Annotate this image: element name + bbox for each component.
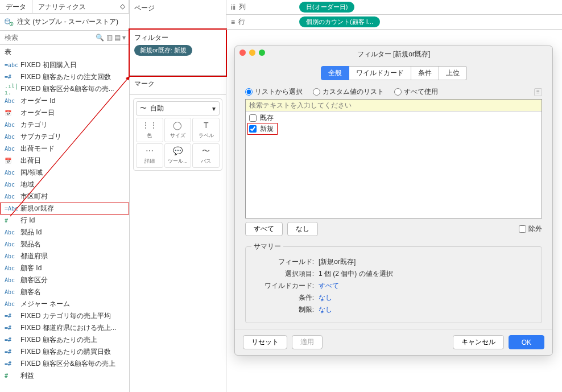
field-row[interactable]: Abc都道府県 [0,250,129,262]
datasource-name: 注文 (サンプル - スーパーストア) [17,17,118,27]
field-row[interactable]: =#FIXED 顧客あたりの注文回数 [0,71,129,83]
rows-pill[interactable]: 個別のカウント(顧客 I... [299,16,380,27]
field-type-icon: =# [5,361,16,367]
field-row[interactable]: =abcFIXED 初回購入日 [0,59,129,71]
field-type-icon: 📅 [5,110,16,116]
mark-ラベル-button[interactable]: Tラベル [192,118,220,142]
tab-condition[interactable]: 条件 [411,66,439,80]
field-row[interactable]: Abcオーダー Id [0,95,129,107]
radio-custom[interactable]: カスタム値のリスト [313,87,384,97]
chevron-down-icon[interactable]: ▾ [122,34,126,42]
list-item-checkbox[interactable] [249,125,257,133]
field-type-icon: Abc [5,98,16,104]
tab-data[interactable]: データ [0,0,32,13]
radio-list-input[interactable] [245,88,253,96]
field-type-icon: Abc [5,277,16,283]
zoom-icon[interactable] [259,49,265,56]
field-row[interactable]: =#FIXED 顧客あたりの購買日数 [0,346,129,358]
mark-cell-icon: ⋯ [138,146,162,156]
field-row[interactable]: #行 Id [0,214,129,226]
field-row[interactable]: =#FIXED 顧客区分&顧客毎の売上 [0,358,129,370]
list-view-icon[interactable]: ▥ [106,34,113,42]
field-row[interactable]: =#FIXED 都道府県における売上... [0,322,129,334]
summary-wildcard-link[interactable]: すべて [319,281,339,291]
mark-ツール...-button[interactable]: 💬ツール... [164,143,192,168]
columns-shelf[interactable]: iii列 日(オーダー日) [226,0,562,15]
radio-all-input[interactable] [394,88,402,96]
select-none-button[interactable]: なし [287,222,318,236]
field-row[interactable]: Abc製品名 [0,238,129,250]
summary-limit-link[interactable]: なし [319,305,332,315]
exclude-input[interactable] [519,225,526,233]
tree-view-icon[interactable]: ▤ [114,34,121,42]
select-mode-row: リストから選択 カスタム値のリスト すべて使用 ≡ [245,87,542,97]
field-type-icon: Abc [5,265,16,271]
field-row[interactable]: Abc市区町村 [0,191,129,203]
ok-button[interactable]: OK [509,335,544,349]
tab-analytics[interactable]: アナリティクス ◇ [32,0,129,13]
mark-パス-button[interactable]: 〜パス [192,143,220,168]
field-row[interactable]: Abcカテゴリ [0,119,129,131]
radio-custom-input[interactable] [313,88,320,96]
field-type-icon: Abc [5,146,16,152]
search-icon[interactable]: 🔍 [96,34,104,42]
list-item[interactable]: 既存 [248,113,539,123]
data-pane: データ アナリティクス ◇ 注文 (サンプル - スーパーストア) 🔍 ▥ ▤ … [0,0,130,392]
field-label: 新規or既存 [20,204,54,213]
field-row[interactable]: Abc出荷モード [0,143,129,155]
field-row[interactable]: =Abc新規or既存 [0,203,129,214]
close-icon[interactable] [239,49,246,56]
field-row[interactable]: =#FIXED 顧客あたりの売上 [0,334,129,346]
field-type-icon: =# [5,337,16,343]
select-all-button[interactable]: すべて [245,222,283,236]
field-row[interactable]: Abc顧客 Id [0,262,129,274]
filters-shelf[interactable]: フィルター 新規or既存: 新規 [130,30,226,76]
mark-type-dropdown[interactable]: 〜 自動 ▾ [136,101,220,115]
reset-button[interactable]: リセット [243,335,287,349]
mark-サイズ-button[interactable]: ◯サイズ [164,118,192,142]
field-row[interactable]: =#FIXED カテゴリ毎の売上平均 [0,310,129,322]
mark-詳細-button[interactable]: ⋯詳細 [136,143,163,168]
radio-all[interactable]: すべて使用 [394,87,438,97]
field-row[interactable]: Abc顧客区分 [0,274,129,286]
summary-condition-link[interactable]: なし [319,293,332,303]
field-row[interactable]: .ıl|ı.FIXED 顧客区分&顧客毎の売... [0,83,129,95]
field-label: 地域 [20,180,34,189]
mark-色-button[interactable]: ⋮⋮色 [136,118,163,142]
field-label: FIXED 顧客あたりの売上 [20,335,97,345]
list-item-checkbox[interactable] [249,114,257,122]
tab-general[interactable]: 全般 [321,66,349,80]
field-row[interactable]: Abc製品 Id [0,226,129,238]
field-row[interactable]: #利益 [0,370,129,382]
mark-cell-label: サイズ [170,133,185,138]
field-row[interactable]: Abcメジャー ネーム [0,298,129,310]
search-input[interactable] [3,32,93,43]
tab-top[interactable]: 上位 [439,66,467,80]
minimize-icon[interactable] [249,49,255,56]
columns-pill[interactable]: 日(オーダー日) [299,2,354,13]
values-list: 既存新規 [246,112,542,135]
field-row[interactable]: Abc地域 [0,179,129,191]
pages-shelf[interactable]: ページ [130,0,226,30]
field-row[interactable]: Abc国/領域 [0,167,129,179]
options-menu-icon[interactable]: ≡ [534,88,542,96]
list-item-label: 既存 [260,113,274,123]
list-item[interactable]: 新規 [248,123,277,134]
field-row[interactable]: Abc顧客名 [0,286,129,298]
field-row[interactable]: 📅出荷日 [0,155,129,167]
datasource-row[interactable]: 注文 (サンプル - スーパーストア) [0,14,129,31]
tab-wildcard[interactable]: ワイルドカード [349,66,411,80]
field-type-icon: Abc [5,181,16,188]
field-label: オーダー Id [20,96,55,106]
exclude-checkbox[interactable]: 除外 [519,224,542,234]
mark-cell-label: パス [201,158,211,164]
mark-cell-icon: T [194,121,218,131]
radio-list[interactable]: リストから選択 [245,87,303,97]
cancel-button[interactable]: キャンセル [453,335,504,349]
filter-pill[interactable]: 新規or既存: 新規 [134,45,192,56]
field-row[interactable]: 📅オーダー日 [0,107,129,119]
field-row[interactable]: Abcサブカテゴリ [0,131,129,143]
apply-button[interactable]: 適用 [292,335,323,349]
rows-shelf[interactable]: ≡行 個別のカウント(顧客 I... [226,15,562,30]
list-search-input[interactable] [249,101,538,109]
